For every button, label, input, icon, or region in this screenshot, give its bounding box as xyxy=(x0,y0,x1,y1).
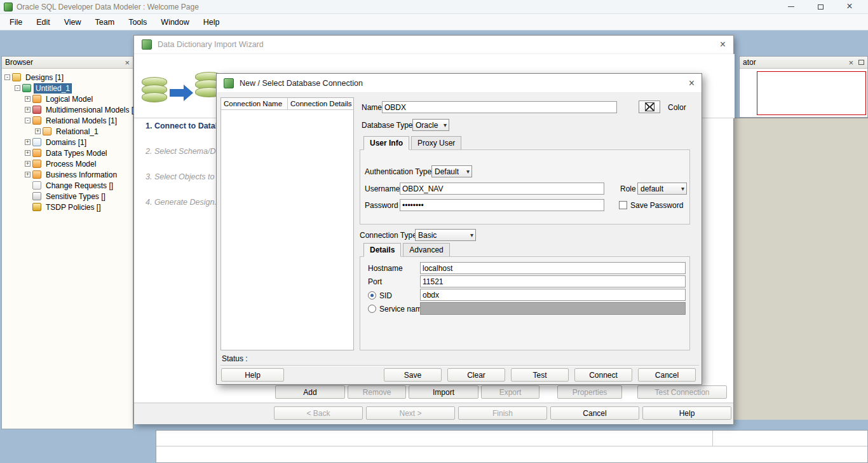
tree-item-label[interactable]: Logical Model xyxy=(44,95,95,104)
proxy-user-tab[interactable]: Proxy User xyxy=(411,136,461,150)
connection-dialog-close-icon[interactable] xyxy=(689,78,695,89)
logical-model-tree-item[interactable]: + Logical Model xyxy=(2,93,133,104)
color-swatch-button[interactable] xyxy=(639,100,660,113)
username-input[interactable] xyxy=(400,183,604,195)
connection-details-column-header[interactable]: Connection Details xyxy=(288,98,353,110)
expander-icon[interactable]: + xyxy=(25,172,31,177)
data-types-model-tree-item[interactable]: + Data Types Model xyxy=(2,148,133,158)
user-info-tab[interactable]: User Info xyxy=(363,136,409,150)
relational-1-tree-item[interactable]: + Relational_1 xyxy=(2,126,133,137)
connection-dialog-titlebar: New / Select Database Connection xyxy=(217,74,702,93)
next-button[interactable]: Next > xyxy=(366,406,455,420)
export-button[interactable]: Export xyxy=(481,385,539,399)
hostname-input[interactable] xyxy=(420,262,686,274)
expander-icon[interactable]: + xyxy=(25,150,31,156)
sid-radio[interactable] xyxy=(368,291,376,300)
expander-icon[interactable]: - xyxy=(25,118,31,123)
maximize-button[interactable] xyxy=(806,0,835,14)
sid-input[interactable] xyxy=(420,289,686,301)
tree-item-label[interactable]: Untitled_1 xyxy=(34,83,72,93)
database-type-select[interactable]: Oracle xyxy=(412,119,449,131)
tsdp-policies-tree-item[interactable]: TSDP Policies [] xyxy=(2,202,133,212)
edit-menu[interactable]: Edit xyxy=(29,15,57,29)
wizard-close-icon[interactable] xyxy=(720,39,726,50)
service-name-radio[interactable] xyxy=(368,305,376,313)
remove-button[interactable]: Remove xyxy=(348,385,406,399)
cancel-button[interactable]: Cancel xyxy=(550,406,639,420)
tree-item-label[interactable]: Business Information xyxy=(44,170,119,179)
role-select[interactable]: default xyxy=(637,183,687,195)
back-button[interactable]: < Back xyxy=(274,406,363,420)
tree-item-label[interactable]: Domains [1] xyxy=(44,138,88,147)
save-button[interactable]: Save xyxy=(384,368,442,382)
close-button[interactable] xyxy=(835,0,864,14)
tree-item-label[interactable]: Multidimensional Models [] xyxy=(44,106,137,114)
tree-item-label[interactable]: Relational Models [1] xyxy=(44,116,119,125)
color-label: Color xyxy=(668,103,686,112)
help-menu[interactable]: Help xyxy=(196,15,227,29)
help-button[interactable]: Help xyxy=(642,406,731,420)
username-label: Username xyxy=(365,184,400,193)
clear-button[interactable]: Clear xyxy=(447,368,505,382)
divider xyxy=(712,431,713,446)
advanced-tab[interactable]: Advanced xyxy=(403,243,449,257)
connections-list-body[interactable] xyxy=(221,110,353,350)
connection-name-column-header[interactable]: Connection Name xyxy=(221,98,288,110)
no-color-icon xyxy=(645,102,654,111)
business-information-icon xyxy=(32,170,41,179)
minimize-button[interactable] xyxy=(776,0,806,14)
sensitive-types-tree-item[interactable]: Sensitive Types [] xyxy=(2,191,133,202)
password-label: Password xyxy=(365,201,398,210)
details-tab[interactable]: Details xyxy=(363,243,401,257)
change-requests-tree-item[interactable]: Change Requests [] xyxy=(2,180,133,191)
expander-icon[interactable]: + xyxy=(25,96,31,102)
designs-1-tree-item[interactable]: - Designs [1] xyxy=(2,72,133,83)
change-requests-icon xyxy=(32,181,41,190)
connection-type-select[interactable]: Basic xyxy=(415,229,476,241)
team-menu[interactable]: Team xyxy=(88,15,122,29)
process-model-tree-item[interactable]: + Process Model xyxy=(2,158,133,169)
window-menu[interactable]: Window xyxy=(154,15,196,29)
view-menu[interactable]: View xyxy=(57,15,88,29)
expander-icon[interactable]: - xyxy=(4,74,10,80)
database-connection-dialog: New / Select Database Connection Connect… xyxy=(216,73,702,385)
domains-1-tree-item[interactable]: + Domains [1] xyxy=(2,137,133,148)
browser-close-icon[interactable] xyxy=(125,58,130,67)
tree-item-label[interactable]: TSDP Policies [] xyxy=(44,203,102,212)
authentication-type-value: Default xyxy=(435,167,459,176)
expander-icon[interactable]: + xyxy=(25,161,31,167)
untitled-1-tree-item[interactable]: - Untitled_1 xyxy=(2,83,133,93)
finish-button[interactable]: Finish xyxy=(458,406,547,420)
port-input[interactable] xyxy=(420,275,686,287)
expander-icon[interactable]: - xyxy=(15,85,20,91)
expander-icon[interactable]: + xyxy=(35,128,41,134)
import-button[interactable]: Import xyxy=(409,385,478,399)
connections-list[interactable]: Connection NameConnection Details xyxy=(220,97,354,350)
relational-models-1-tree-item[interactable]: - Relational Models [1] xyxy=(2,115,133,126)
tree-item-label[interactable]: Change Requests [] xyxy=(44,181,115,190)
properties-button[interactable]: Properties xyxy=(557,385,622,399)
tree-item-label[interactable]: Process Model xyxy=(44,160,98,169)
navigator-restore-icon[interactable] xyxy=(858,60,864,65)
connect-button[interactable]: Connect xyxy=(574,368,632,382)
password-input[interactable] xyxy=(400,199,604,211)
test-button[interactable]: Test xyxy=(511,368,569,382)
tools-menu[interactable]: Tools xyxy=(121,15,154,29)
business-information-tree-item[interactable]: + Business Information xyxy=(2,169,133,180)
tree-item-label[interactable]: Designs [1] xyxy=(24,73,65,82)
tree-item-label[interactable]: Relational_1 xyxy=(54,127,100,136)
authentication-type-select[interactable]: Default xyxy=(431,165,472,177)
add-button[interactable]: Add xyxy=(275,385,345,399)
multidimensional-models-tree-item[interactable]: + Multidimensional Models [] xyxy=(2,104,133,115)
save-password-checkbox[interactable] xyxy=(619,201,627,209)
navigator-close-icon[interactable] xyxy=(848,58,853,67)
help-button[interactable]: Help xyxy=(221,368,284,382)
expander-icon[interactable]: + xyxy=(25,139,31,145)
file-menu[interactable]: File xyxy=(3,15,29,29)
expander-icon[interactable]: + xyxy=(25,107,31,113)
tree-item-label[interactable]: Data Types Model xyxy=(44,149,109,158)
tree-item-label[interactable]: Sensitive Types [] xyxy=(44,192,107,201)
name-input[interactable] xyxy=(382,101,617,113)
test-connection-button[interactable]: Test Connection xyxy=(637,385,727,399)
cancel-button[interactable]: Cancel xyxy=(638,368,696,382)
